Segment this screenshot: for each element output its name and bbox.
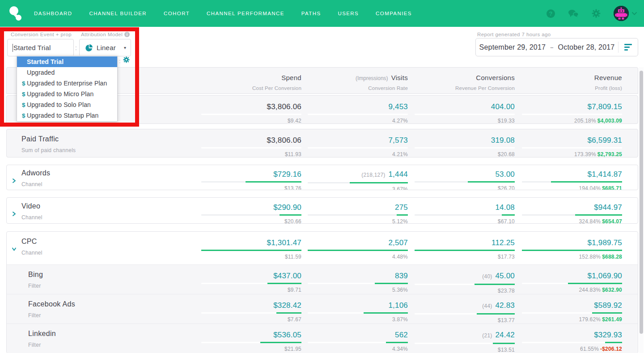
value-bar	[522, 147, 622, 149]
cell-value[interactable]: $536.05	[273, 331, 301, 339]
cell-subvalue: $26.70	[498, 185, 515, 190]
row-title-cpc[interactable]: CPC	[21, 238, 42, 246]
cell-value[interactable]: $589.92	[594, 301, 622, 310]
help-icon[interactable]: ?	[547, 9, 555, 18]
cell-value[interactable]: 275	[395, 203, 408, 212]
conversion-event-dropdown: Started TrialUpgraded$Upgraded to Enterp…	[17, 55, 118, 122]
row-head: LinkedinFilter	[28, 330, 56, 348]
cell-subvalue: $13.51	[498, 347, 515, 353]
cell-value[interactable]: 42.83	[495, 301, 515, 310]
vertical-scrollbar	[639, 67, 644, 353]
cell-value[interactable]: 1,106	[388, 301, 408, 310]
cell-value[interactable]: $437.00	[273, 272, 301, 280]
dropdown-option-upgraded-to-micro-plan[interactable]: $Upgraded to Micro Plan	[17, 89, 117, 99]
dropdown-option-upgraded-to-startup-plan[interactable]: $Upgraded to Startup Plan	[17, 110, 117, 121]
cell-value[interactable]: 7,573	[388, 136, 408, 145]
cell-value[interactable]: $1,989.75	[588, 238, 622, 247]
table-row-video[interactable]: VideoChannel$290.90$20.662755.12%14.08$6…	[6, 197, 638, 224]
cell-revenue: $329.9361.55%-$206.12	[522, 331, 622, 352]
cell-visits: 9,4534.27%	[308, 102, 408, 124]
cell-value[interactable]: $944.97	[594, 203, 622, 212]
nav-item-users[interactable]: USERS	[338, 11, 359, 16]
cell-spend: $3,806.06$11.93	[201, 136, 301, 157]
dropdown-option-upgraded[interactable]: Upgraded	[17, 67, 117, 78]
cell-value[interactable]: $1,414.87	[588, 170, 622, 179]
row-subtitle: Channel	[21, 181, 50, 187]
nav-item-dashboard[interactable]: DASHBOARD	[34, 11, 72, 16]
chat-icon[interactable]	[568, 9, 579, 18]
value-bar	[522, 342, 622, 343]
cell-value[interactable]: $290.90	[273, 203, 301, 212]
cell-value[interactable]: $1,301.47	[267, 238, 301, 247]
expand-chevron-icon[interactable]	[12, 177, 17, 185]
row-title-facebook-ads[interactable]: Facebook Ads	[28, 300, 75, 308]
cell-value[interactable]: 839	[395, 272, 408, 280]
cell-value[interactable]: $729.16	[273, 170, 301, 179]
table-row-paid-traffic[interactable]: Paid TrafficSum of paid channels$3,806.0…	[6, 129, 638, 157]
cell-value[interactable]: $329.93	[594, 331, 622, 339]
cell-value[interactable]: 9,453	[388, 102, 408, 111]
cell-value[interactable]: 24.42	[495, 331, 515, 339]
table-row-adwords[interactable]: AdwordsChannel$729.16$13.76(218,127)1,44…	[6, 165, 638, 190]
cell-value[interactable]: 45.00	[495, 272, 515, 280]
cell-subvalue: $13.76	[284, 185, 301, 190]
nav-right-icons: ?	[547, 6, 644, 21]
expand-chevron-icon[interactable]	[12, 210, 17, 218]
cell-spend: $729.16$13.76	[201, 170, 301, 190]
cell-subvalue: 194.04%	[579, 185, 601, 190]
dollar-icon: $	[22, 80, 27, 87]
header-visits[interactable]: (Impressions)Visits Conversion Rate	[308, 74, 408, 91]
cell-conversions: (21)24.42$13.51	[415, 331, 515, 353]
channel-settings-gear-icon[interactable]	[123, 56, 130, 65]
row-title-linkedin[interactable]: Linkedin	[28, 330, 56, 338]
scrollbar-thumb[interactable]	[640, 71, 643, 334]
row-title-adwords[interactable]: Adwords	[21, 169, 50, 177]
user-avatar[interactable]	[614, 6, 637, 21]
cell-value[interactable]: 112.25	[491, 238, 515, 247]
cell-value[interactable]: $7,809.15	[588, 102, 622, 111]
app-logo-icon[interactable]	[9, 6, 22, 21]
nav-item-channel-builder[interactable]: CHANNEL BUILDER	[89, 11, 147, 16]
cell-prefix: (40)	[482, 273, 492, 280]
value-bar	[522, 283, 622, 284]
nav-item-cohort[interactable]: COHORT	[164, 11, 190, 16]
cell-spend: $1,301.47$11.59	[201, 238, 301, 260]
cell-value[interactable]: 14.08	[495, 203, 515, 212]
row-title-video[interactable]: Video	[21, 202, 42, 210]
cell-subvalue: $9.71	[288, 287, 301, 293]
cell-value[interactable]: 1,444	[388, 170, 408, 179]
table-row-linkedin[interactable]: LinkedinFilter$536.05$21.955624.34%(21)2…	[7, 323, 638, 353]
cell-value[interactable]: $1,069.90	[588, 272, 622, 280]
cell-value[interactable]: 562	[395, 331, 408, 339]
cell-value: $3,806.06	[267, 136, 301, 145]
table-row-cpc[interactable]: CPCChannel$1,301.47$11.592,5074.48%112.2…	[6, 231, 638, 353]
profit-value: $4,003.09	[597, 118, 622, 124]
cell-value[interactable]: 319.08	[491, 136, 515, 145]
row-head: Facebook AdsFilter	[28, 300, 75, 319]
cell-revenue: $589.92179.62%$261.49	[522, 301, 622, 323]
table-row-bing[interactable]: BingFilter$437.00$9.718395.36%(40)45.00$…	[7, 264, 638, 294]
header-conversions[interactable]: Conversions Revenue Per Conversion	[415, 74, 515, 91]
cell-value[interactable]: $328.42	[273, 301, 301, 310]
dropdown-option-upgraded-to-enterprise-plan[interactable]: $Upgraded to Enterprise Plan	[17, 78, 117, 89]
row-title-bing[interactable]: Bing	[28, 271, 43, 279]
collapse-chevron-icon[interactable]	[12, 246, 17, 254]
cell-value[interactable]: 404.00	[491, 102, 515, 111]
settings-gear-icon[interactable]	[592, 9, 601, 18]
cell-value[interactable]: 2,507	[388, 238, 408, 247]
cell-value[interactable]: $6,599.31	[588, 136, 622, 145]
cell-value[interactable]: 53.00	[495, 170, 515, 179]
dropdown-option-upgraded-to-solo-plan[interactable]: $Upgraded to Solo Plan	[17, 99, 117, 110]
header-revenue[interactable]: Revenue Profit (loss)	[522, 74, 622, 91]
nav-item-companies[interactable]: COMPANIES	[376, 11, 412, 16]
value-bar	[415, 284, 515, 285]
cell-spend: $3,806.06$9.42	[201, 102, 301, 124]
nav-item-paths[interactable]: PATHS	[301, 11, 321, 16]
table-row-facebook-ads[interactable]: Facebook AdsFilter$328.42$7.671,1063.87%…	[7, 294, 638, 323]
dropdown-option-started-trial[interactable]: Started Trial	[17, 56, 117, 67]
row-title-paid-traffic[interactable]: Paid Traffic	[21, 135, 76, 143]
header-spend[interactable]: Spend Cost Per Conversion	[201, 74, 301, 91]
nav-item-channel-performance[interactable]: CHANNEL PERFORMANCE	[207, 11, 284, 16]
row-subtitle: Filter	[28, 283, 43, 289]
value-bar	[308, 250, 408, 251]
